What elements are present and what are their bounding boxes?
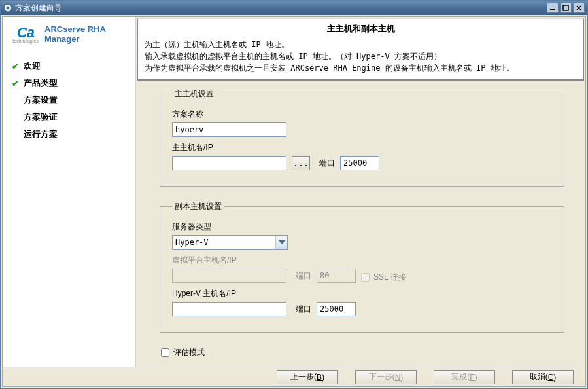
sidebar: Ca technologies ARCserve RHA Manager ✔ 欢… xyxy=(3,17,136,367)
logo-text-bottom: technologies xyxy=(12,39,38,43)
wizard-window: 方案创建向导 Ca technologies ARCserve RHA xyxy=(0,0,588,389)
header-line2: 输入承载虚拟机的虚拟平台主机的主机名或 IP 地址。（对 Hyper-V 方案不… xyxy=(145,50,577,62)
footer: 上一步(B) 下一步(N) 完成(F) 取消(C) xyxy=(3,367,585,386)
nav-label: 方案设置 xyxy=(24,94,58,106)
page-title: 主主机和副本主机 xyxy=(145,23,577,35)
brand-text: ARCserve RHA Manager xyxy=(44,25,106,45)
form-area: 主主机设置 方案名称 主主机名/IP ... 端口 xyxy=(137,81,584,365)
hyperv-label: Hyper-V 主机名/IP xyxy=(172,288,552,299)
check-icon: ✔ xyxy=(10,79,20,88)
master-host-row: 主主机名/IP ... 端口 xyxy=(172,142,552,170)
browse-master-button[interactable]: ... xyxy=(292,156,310,170)
vplat-row: 虚拟平台主机名/IP 端口 SSL 连接 xyxy=(172,255,552,283)
cancel-button[interactable]: 取消(C) xyxy=(512,370,574,384)
hyperv-host-input[interactable] xyxy=(172,302,286,316)
body-inner: Ca technologies ARCserve RHA Manager ✔ 欢… xyxy=(2,16,586,387)
ssl-label: SSL 连接 xyxy=(373,272,406,283)
main-panel: 主主机和副本主机 为主（源）主机输入主机名或 IP 地址。 输入承载虚拟机的虚拟… xyxy=(136,17,585,367)
brand-line1: ARCserve RHA xyxy=(44,25,106,35)
nav-item-run-scheme[interactable]: ✔ 运行方案 xyxy=(10,128,130,140)
replica-host-group: 副本主机设置 服务器类型 Hyper-V 虚拟平台主机名/IP xyxy=(160,201,564,333)
master-host-label: 主主机名/IP xyxy=(172,142,552,153)
check-icon: ✔ xyxy=(10,62,20,71)
eval-mode-row[interactable]: 评估模式 xyxy=(161,347,564,358)
svg-rect-3 xyxy=(563,5,568,10)
server-type-select[interactable]: Hyper-V xyxy=(172,235,288,250)
nav-item-product-type[interactable]: ✔ 产品类型 xyxy=(10,77,130,89)
next-button: 下一步(N) xyxy=(355,370,417,384)
body-wrap: Ca technologies ARCserve RHA Manager ✔ 欢… xyxy=(1,15,587,388)
ssl-checkbox xyxy=(361,273,370,282)
scheme-name-input[interactable] xyxy=(172,122,286,137)
header-line1: 为主（源）主机输入主机名或 IP 地址。 xyxy=(145,39,577,50)
server-type-row: 服务器类型 Hyper-V xyxy=(172,221,552,250)
eval-mode-label: 评估模式 xyxy=(173,347,205,358)
close-button[interactable] xyxy=(573,3,585,13)
vplat-label: 虚拟平台主机名/IP xyxy=(172,255,552,266)
content-row: Ca technologies ARCserve RHA Manager ✔ 欢… xyxy=(3,17,585,367)
ca-logo: Ca technologies xyxy=(12,24,39,46)
server-type-label: 服务器类型 xyxy=(172,221,552,232)
logo-area: Ca technologies ARCserve RHA Manager xyxy=(8,24,130,46)
master-group-legend: 主主机设置 xyxy=(172,88,216,100)
hyperv-row: Hyper-V 主机名/IP 端口 xyxy=(172,288,552,316)
logo-text-top: Ca xyxy=(17,26,34,39)
vplat-input xyxy=(172,269,286,283)
replica-group-legend: 副本主机设置 xyxy=(172,201,224,212)
nav-item-scheme-verify[interactable]: ✔ 方案验证 xyxy=(10,111,130,123)
vplat-port-input xyxy=(317,269,356,283)
header-panel: 主主机和副本主机 为主（源）主机输入主机名或 IP 地址。 输入承载虚拟机的虚拟… xyxy=(137,18,584,81)
verify-engine-row[interactable]: 验证主机上的 CA ARCserve RHA Engine xyxy=(161,365,564,365)
nav-item-welcome[interactable]: ✔ 欢迎 xyxy=(10,60,130,72)
svg-rect-2 xyxy=(550,9,555,10)
nav-list: ✔ 欢迎 ✔ 产品类型 ✔ 方案设置 ✔ 方案验 xyxy=(8,60,130,140)
master-port-input[interactable] xyxy=(340,156,379,170)
scheme-name-label: 方案名称 xyxy=(172,109,552,120)
window-buttons xyxy=(547,3,585,13)
brand-line2: Manager xyxy=(44,35,106,45)
nav-label: 方案验证 xyxy=(24,111,58,123)
back-button[interactable]: 上一步(B) xyxy=(277,370,338,384)
app-icon xyxy=(3,3,12,12)
nav-item-scheme-settings[interactable]: ✔ 方案设置 xyxy=(10,94,130,106)
maximize-button[interactable] xyxy=(560,3,572,13)
server-type-value: Hyper-V xyxy=(175,238,209,247)
hyperv-port-input[interactable] xyxy=(317,302,356,316)
titlebar[interactable]: 方案创建向导 xyxy=(1,1,587,15)
window-title: 方案创建向导 xyxy=(15,3,547,14)
checks-block: 评估模式 验证主机上的 CA ARCserve RHA Engine xyxy=(160,347,564,365)
master-host-group: 主主机设置 方案名称 主主机名/IP ... 端口 xyxy=(160,88,564,187)
master-host-input[interactable] xyxy=(172,156,286,170)
eval-mode-checkbox[interactable] xyxy=(161,348,169,357)
nav-label: 运行方案 xyxy=(24,128,58,140)
nav-label: 产品类型 xyxy=(24,77,58,89)
svg-point-1 xyxy=(7,7,10,10)
master-port-label: 端口 xyxy=(319,158,335,169)
vplat-port-label: 端口 xyxy=(296,270,311,282)
hyperv-port-label: 端口 xyxy=(296,304,311,315)
verify-engine-label: 验证主机上的 CA ARCserve RHA Engine xyxy=(173,365,315,365)
ssl-checkbox-row: SSL 连接 xyxy=(361,272,406,283)
minimize-button[interactable] xyxy=(547,3,559,13)
nav-label: 欢迎 xyxy=(24,60,41,72)
finish-button: 完成(F) xyxy=(434,370,495,384)
scheme-name-row: 方案名称 xyxy=(172,109,552,137)
header-line3: 为作为虚拟平台承载的虚拟机之一且安装 ARCserve RHA Engine 的… xyxy=(145,62,577,74)
